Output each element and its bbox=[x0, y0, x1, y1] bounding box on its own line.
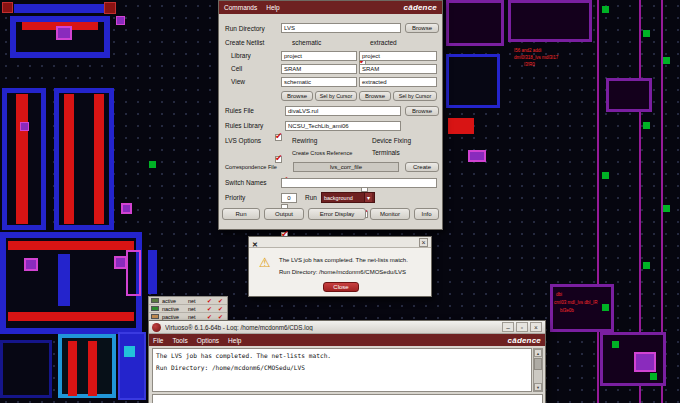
close-icon[interactable]: × bbox=[530, 322, 542, 332]
result-message: The LVS job has completed. The net-lists… bbox=[279, 257, 408, 263]
layer-name: pactive bbox=[162, 314, 188, 320]
menu-options[interactable]: Options bbox=[197, 337, 219, 344]
scroll-up-icon[interactable]: ▲ bbox=[534, 349, 542, 357]
cross-reference-label: Create Cross Reference bbox=[292, 150, 352, 156]
layout-shape bbox=[56, 26, 72, 40]
log-titlebar[interactable]: Virtuoso® 6.1.6-64b - Log: /home/mcdonm6… bbox=[149, 321, 545, 334]
layout-shape bbox=[94, 94, 104, 224]
menu-help[interactable]: Help bbox=[266, 4, 279, 11]
close-icon[interactable]: × bbox=[419, 238, 428, 247]
scroll-down-icon[interactable]: ▼ bbox=[534, 383, 542, 391]
priority-label: Priority bbox=[225, 194, 245, 201]
menu-tools[interactable]: Tools bbox=[172, 337, 187, 344]
cadence-logo: cādence bbox=[508, 336, 541, 345]
layer-swatch-icon bbox=[151, 306, 159, 311]
close-button[interactable]: Close bbox=[323, 282, 359, 292]
layout-shape bbox=[104, 2, 116, 14]
layer-swatch-icon bbox=[151, 314, 159, 319]
layout-shape bbox=[148, 250, 157, 294]
log-output-area[interactable]: The LVS job has completed. The net-lists… bbox=[152, 348, 532, 392]
layout-shape bbox=[68, 341, 77, 396]
schematic-checkbox-label: schematic bbox=[292, 39, 321, 46]
cell-left-field[interactable]: SRAM bbox=[281, 64, 357, 74]
library-right-field[interactable]: project bbox=[359, 51, 437, 61]
log-scrollbar[interactable]: ▲ ▼ bbox=[533, 348, 543, 392]
layout-shape bbox=[602, 172, 609, 179]
view-label: View bbox=[231, 78, 245, 85]
priority-field[interactable]: 0 bbox=[281, 193, 297, 203]
layout-shape bbox=[116, 16, 125, 25]
layout-shape bbox=[8, 241, 134, 250]
layout-shape bbox=[58, 254, 70, 306]
device-fixing-label: Device Fixing bbox=[372, 137, 411, 144]
run-mode-dropdown[interactable]: background bbox=[321, 192, 375, 203]
cadence-logo: cādence bbox=[404, 3, 437, 12]
run-directory-field[interactable]: LVS bbox=[281, 23, 401, 33]
cell-right-field[interactable]: SRAM bbox=[359, 64, 437, 74]
layout-shape bbox=[448, 118, 474, 134]
scrollbar-thumb[interactable] bbox=[534, 358, 542, 370]
virtuoso-icon bbox=[152, 323, 161, 332]
layer-select-check-icon[interactable]: ✔ bbox=[215, 313, 226, 320]
layout-shape bbox=[606, 78, 652, 112]
rules-file-checkbox[interactable] bbox=[275, 134, 282, 141]
rules-library-field[interactable]: NCSU_TechLib_ami06 bbox=[285, 121, 401, 131]
browse-left-button[interactable]: Browse bbox=[281, 91, 313, 101]
layout-shape bbox=[24, 258, 38, 271]
menu-commands[interactable]: Commands bbox=[224, 4, 257, 11]
layout-shape bbox=[54, 88, 114, 230]
correspondence-create-button[interactable]: Create bbox=[405, 162, 439, 172]
layout-shape bbox=[16, 94, 28, 224]
log-window-title: Virtuoso® 6.1.6-64b - Log: /home/mcdonm6… bbox=[165, 324, 313, 331]
sel-by-cursor-left-button[interactable]: Sel by Cursor bbox=[315, 91, 357, 101]
rules-library-checkbox[interactable] bbox=[275, 156, 282, 163]
layout-shape bbox=[643, 262, 650, 269]
browse-right-button[interactable]: Browse bbox=[359, 91, 391, 101]
layer-palette: active net ✔ ✔ nactive net ✔ ✔ pactive n… bbox=[148, 296, 228, 322]
layout-shape bbox=[643, 122, 650, 129]
lvs-options-label: LVS Options bbox=[225, 137, 261, 144]
layout-shape bbox=[650, 373, 657, 380]
window-controls: – ▫ × bbox=[500, 322, 542, 332]
info-button[interactable]: Info bbox=[414, 208, 439, 220]
layout-label: bI3e0b bbox=[560, 308, 574, 314]
run-directory-browse-button[interactable]: Browse bbox=[405, 23, 439, 33]
lvs-menubar: Commands Help cādence bbox=[219, 1, 442, 14]
layer-visible-check-icon[interactable]: ✔ bbox=[204, 297, 215, 304]
switch-names-field[interactable] bbox=[281, 178, 437, 188]
menu-file[interactable]: File bbox=[153, 337, 163, 344]
layer-row-active[interactable]: active net ✔ ✔ bbox=[149, 297, 227, 305]
layout-shape bbox=[602, 304, 609, 311]
sel-by-cursor-right-button[interactable]: Sel by Cursor bbox=[393, 91, 437, 101]
layout-shape bbox=[446, 0, 504, 46]
layer-select-check-icon[interactable]: ✔ bbox=[215, 297, 226, 304]
rules-file-field[interactable]: divaLVS.rul bbox=[285, 106, 401, 116]
layer-swatch-icon bbox=[151, 298, 159, 303]
menu-help[interactable]: Help bbox=[228, 337, 241, 344]
layout-shape bbox=[2, 2, 13, 13]
rewiring-label: Rewiring bbox=[292, 137, 317, 144]
layer-select-check-icon[interactable]: ✔ bbox=[215, 305, 226, 312]
layout-shape bbox=[124, 346, 135, 357]
log-window: Virtuoso® 6.1.6-64b - Log: /home/mcdonm6… bbox=[148, 320, 546, 403]
run-button[interactable]: Run bbox=[222, 208, 260, 220]
output-button[interactable]: Output bbox=[264, 208, 304, 220]
layout-shape bbox=[508, 0, 592, 42]
view-left-field[interactable]: schematic bbox=[281, 77, 357, 87]
library-left-field[interactable]: project bbox=[281, 51, 357, 61]
dropdown-arrow-icon bbox=[364, 193, 372, 202]
monitor-button[interactable]: Monitor bbox=[370, 208, 410, 220]
view-right-field[interactable]: extracted bbox=[359, 77, 437, 87]
layout-shape bbox=[446, 54, 500, 108]
layer-visible-check-icon[interactable]: ✔ bbox=[204, 305, 215, 312]
correspondence-file-label: Correspondence File bbox=[225, 164, 277, 170]
correspondence-file-field[interactable]: lvs_corr_file bbox=[293, 162, 399, 172]
layer-row-nactive[interactable]: nactive net ✔ ✔ bbox=[149, 305, 227, 313]
layout-shape bbox=[121, 203, 132, 214]
minimize-icon[interactable]: – bbox=[502, 322, 514, 332]
maximize-icon[interactable]: ▫ bbox=[516, 322, 528, 332]
error-display-button[interactable]: Error Display bbox=[308, 208, 366, 220]
layer-visible-check-icon[interactable]: ✔ bbox=[204, 313, 215, 320]
rules-file-browse-button[interactable]: Browse bbox=[405, 106, 439, 116]
command-input-field[interactable] bbox=[152, 394, 543, 403]
